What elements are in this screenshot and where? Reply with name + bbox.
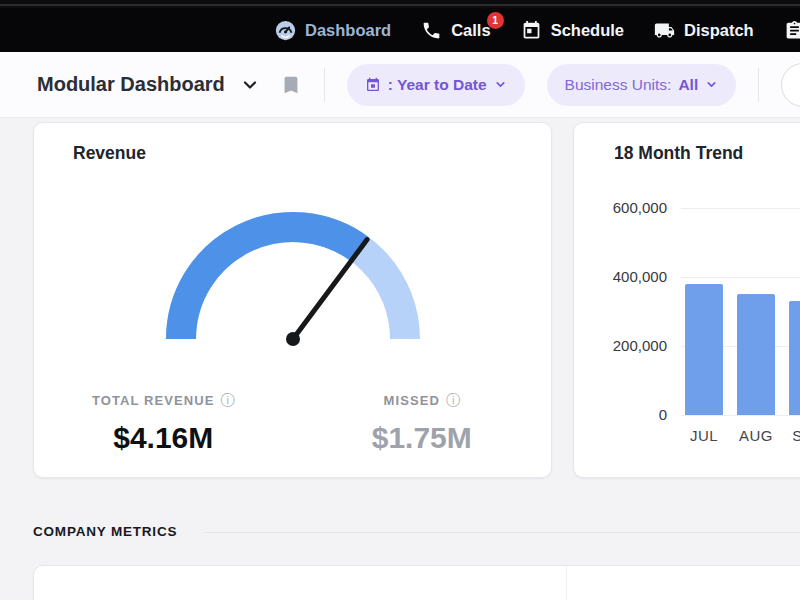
dashboard-selector[interactable]: Modular Dashboard xyxy=(37,73,260,96)
bar-aug[interactable] xyxy=(737,294,775,415)
y-axis-tick-label: 0 xyxy=(574,406,667,423)
trend-bar-chart: 0200,000400,000600,000JULAUGSEP xyxy=(574,123,800,477)
missed-value: $1.75M xyxy=(293,421,552,455)
gauge-pivot xyxy=(286,332,300,346)
chevron-down-icon xyxy=(705,78,718,91)
nav-item-schedule[interactable]: Schedule xyxy=(521,20,624,41)
calendar-icon xyxy=(365,77,381,93)
company-metrics-header: COMPANY METRICS xyxy=(33,524,177,539)
clipboard-icon xyxy=(784,20,800,41)
refresh-button[interactable] xyxy=(781,63,800,107)
total-revenue-label: TOTAL REVENUE xyxy=(92,393,215,408)
app-window: Dashboard Calls 1 Schedule Dispatch xyxy=(0,0,800,600)
y-axis-tick-label: 600,000 xyxy=(574,199,667,216)
trend-card: 18 Month Trend 0200,000400,000600,000JUL… xyxy=(573,122,800,478)
bookmark-button[interactable] xyxy=(280,74,302,96)
nav-item-clipped[interactable]: A xyxy=(784,20,800,41)
revenue-gauge-chart xyxy=(153,197,433,347)
chevron-down-icon xyxy=(240,75,260,95)
info-icon[interactable]: ⓘ xyxy=(446,392,460,408)
total-revenue-value: $4.16M xyxy=(34,421,293,455)
dashboard-gauge-icon xyxy=(275,20,296,41)
nav-item-calls[interactable]: Calls 1 xyxy=(421,20,490,41)
chevron-down-icon xyxy=(494,78,507,91)
gridline xyxy=(681,415,800,416)
dashboard-toolbar: Modular Dashboard : Year to Date Busines… xyxy=(0,52,800,118)
calls-count-badge: 1 xyxy=(487,12,504,29)
y-axis-tick-label: 400,000 xyxy=(574,268,667,285)
page-title: Modular Dashboard xyxy=(37,73,225,96)
revenue-stats-row: TOTAL REVENUEⓘ $4.16M MISSEDⓘ $1.75M xyxy=(34,391,551,455)
missed-stat: MISSEDⓘ $1.75M xyxy=(293,391,552,455)
bar-sep[interactable] xyxy=(789,301,800,415)
x-axis-tick-label: JUL xyxy=(682,427,726,444)
missed-label: MISSED xyxy=(384,393,440,408)
bar-jul[interactable] xyxy=(685,284,723,415)
date-range-label: : Year to Date xyxy=(388,76,487,94)
revenue-card: Revenue TOTAL REVENUEⓘ $4.16M MISSEDⓘ $1… xyxy=(33,122,552,478)
card-column-divider xyxy=(566,566,567,600)
business-units-filter-chip[interactable]: Business Units: All xyxy=(547,64,737,106)
section-rule xyxy=(205,532,800,533)
calendar-icon xyxy=(521,20,542,41)
nav-label: Schedule xyxy=(551,21,624,40)
truck-icon xyxy=(654,20,675,41)
x-axis-tick-label: SEP xyxy=(786,427,800,444)
window-top-edge xyxy=(0,0,800,8)
toolbar-divider xyxy=(758,68,759,102)
total-revenue-stat: TOTAL REVENUEⓘ $4.16M xyxy=(34,391,293,455)
date-range-filter-chip[interactable]: : Year to Date xyxy=(347,64,525,106)
phone-icon xyxy=(421,20,442,41)
business-units-label: Business Units: xyxy=(565,76,672,94)
x-axis-tick-label: AUG xyxy=(734,427,778,444)
main-navbar: Dashboard Calls 1 Schedule Dispatch xyxy=(0,8,800,52)
gridline xyxy=(681,277,800,278)
bookmark-icon xyxy=(280,74,302,96)
business-units-value: All xyxy=(678,76,698,94)
nav-label: Dispatch xyxy=(684,21,754,40)
info-icon[interactable]: ⓘ xyxy=(221,392,235,408)
y-axis-tick-label: 200,000 xyxy=(574,337,667,354)
nav-label: Dashboard xyxy=(305,21,391,40)
revenue-card-title: Revenue xyxy=(73,143,146,164)
nav-item-dispatch[interactable]: Dispatch xyxy=(654,20,754,41)
gridline xyxy=(681,208,800,209)
nav-item-dashboard[interactable]: Dashboard xyxy=(275,20,391,41)
nav-label: Calls xyxy=(451,21,490,40)
company-metrics-card xyxy=(33,565,800,600)
gauge-needle xyxy=(293,240,367,339)
toolbar-divider xyxy=(324,68,325,102)
